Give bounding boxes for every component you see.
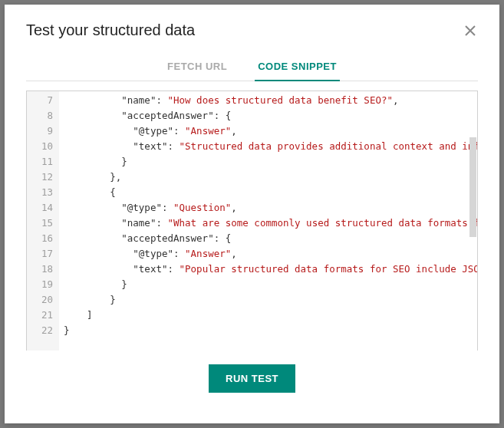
vertical-scrollbar-thumb[interactable]	[469, 137, 476, 237]
code-line[interactable]: "@type": "Answer",	[64, 123, 477, 139]
code-editor[interactable]: 78910111213141516171819202122 "name": "H…	[26, 91, 478, 351]
code-line[interactable]: "name": "How does structured data benefi…	[64, 93, 477, 108]
close-icon	[464, 25, 476, 37]
code-line[interactable]: },	[64, 170, 477, 185]
code-line[interactable]: "acceptedAnswer": {	[64, 231, 477, 246]
code-line[interactable]: }	[64, 277, 477, 292]
code-line[interactable]: }	[64, 154, 477, 170]
line-number: 14	[30, 200, 53, 216]
code-line[interactable]: "@type": "Question",	[64, 200, 477, 216]
line-number: 11	[30, 154, 53, 170]
line-number: 16	[30, 231, 53, 246]
code-line[interactable]: "@type": "Answer",	[64, 246, 477, 262]
run-test-button[interactable]: RUN TEST	[209, 364, 295, 393]
line-number: 19	[30, 277, 53, 292]
code-line[interactable]: "acceptedAnswer": {	[64, 108, 477, 123]
dialog-footer: RUN TEST	[5, 351, 499, 423]
dialog-header: Test your structured data FETCH URL CODE…	[5, 5, 499, 81]
line-number: 8	[30, 108, 53, 123]
line-number: 9	[30, 123, 53, 139]
code-line[interactable]: "text": "Structured data provides additi…	[64, 139, 477, 154]
editor-container: 78910111213141516171819202122 "name": "H…	[5, 81, 499, 351]
line-gutter: 78910111213141516171819202122	[27, 91, 59, 351]
dialog-title: Test your structured data	[26, 21, 195, 39]
tab-code-snippet[interactable]: CODE SNIPPET	[255, 53, 340, 81]
code-line[interactable]: ]	[64, 308, 477, 323]
code-line[interactable]: }	[64, 323, 477, 338]
title-row: Test your structured data	[26, 21, 478, 39]
line-number: 10	[30, 139, 53, 154]
line-number: 22	[30, 323, 53, 338]
code-line[interactable]: }	[64, 292, 477, 308]
code-line[interactable]: "text": "Popular structured data formats…	[64, 262, 477, 277]
tab-fetch-url[interactable]: FETCH URL	[164, 53, 230, 81]
line-number: 15	[30, 216, 53, 231]
line-number: 21	[30, 308, 53, 323]
line-number: 13	[30, 185, 53, 200]
line-number: 17	[30, 246, 53, 262]
code-area[interactable]: "name": "How does structured data benefi…	[59, 91, 477, 351]
close-button[interactable]	[463, 23, 478, 38]
line-number: 18	[30, 262, 53, 277]
code-line[interactable]: "name": "What are some commonly used str…	[64, 216, 477, 231]
tabs: FETCH URL CODE SNIPPET	[26, 53, 478, 81]
line-number: 12	[30, 170, 53, 185]
line-number: 20	[30, 292, 53, 308]
code-line[interactable]: {	[64, 185, 477, 200]
dialog: Test your structured data FETCH URL CODE…	[5, 5, 499, 423]
line-number: 7	[30, 93, 53, 108]
